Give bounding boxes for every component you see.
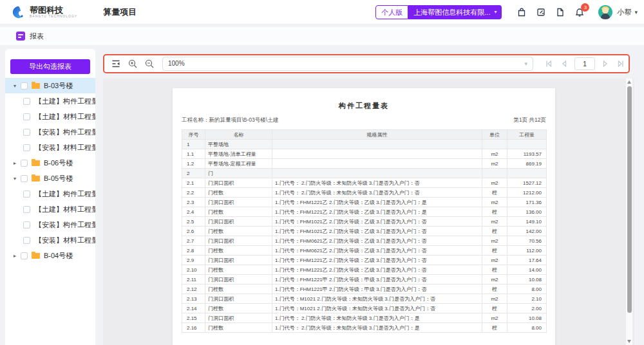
breadcrumb-label: 报表	[30, 32, 44, 41]
store-bag-icon[interactable]	[516, 7, 527, 17]
project-name-label: 工程名称：新的算量项目\B-03号楼\土建	[182, 117, 278, 124]
checkbox[interactable]	[23, 206, 30, 213]
tree-item-report[interactable]: ▸【土建】材料工程量表	[5, 201, 95, 217]
tree-item-report[interactable]: ▸【安装】材料工程量表	[5, 232, 95, 248]
page-number-input[interactable]	[574, 57, 595, 70]
tree-item-label: B-05号楼	[44, 174, 73, 183]
table-row: 2.16门樘数1.门代号： 2.门防火等级：未知防火等级 3.门是否为入户门：是…	[182, 323, 547, 333]
report-title: 构件工程量表	[173, 101, 555, 111]
tree-item-label: 【安装】构件工程量表	[35, 127, 95, 137]
tree-item-label: 【安装】材料工程量表	[35, 236, 95, 245]
checkbox[interactable]	[23, 237, 30, 244]
brand-tagline: BANGTU TECHNOLOGY	[30, 14, 77, 18]
brand-logo[interactable]: 帮图科技 BANGTU TECHNOLOGY	[12, 5, 77, 19]
caret-down-icon[interactable]: ▾	[12, 83, 18, 89]
organization-dropdown[interactable]: 上海帮图信息科技有限... ▾	[408, 5, 502, 19]
caret-down-icon[interactable]: ▾	[12, 176, 18, 182]
checkbox[interactable]	[21, 175, 28, 182]
folder-icon	[32, 83, 40, 89]
document-edit-icon[interactable]	[536, 7, 546, 17]
table-row: 2.4门樘数1.门代号：FHM1221乙 2.门防火等级：乙级 3.门是否为入户…	[182, 207, 547, 217]
export-checked-reports-button[interactable]: 导出勾选报表	[10, 59, 90, 74]
tree-item-label: 【土建】构件工程量表	[35, 189, 95, 199]
report-sidebar: 导出勾选报表 ▾B-03号楼▸【土建】构件工程量表▸【土建】材料工程量表▸【安装…	[5, 49, 95, 345]
column-header: 序号	[182, 130, 205, 140]
avatar	[598, 5, 612, 19]
notification-bell-icon[interactable]: 3	[574, 7, 585, 17]
table-row: 2.7门洞口面积1.门代号：FHM0621乙 2.门防火等级：乙级 3.门是否为…	[182, 236, 547, 246]
tree-item-building[interactable]: ▸B-04号楼	[5, 248, 95, 263]
caret-right-icon[interactable]: ▸	[12, 160, 18, 166]
tree-item-report[interactable]: ▸【土建】材料工程量表	[5, 109, 95, 124]
scroll-down-arrow-icon[interactable]	[627, 340, 631, 343]
tree-item-report[interactable]: ▸【土建】构件工程量表	[5, 93, 95, 109]
report-page: 构件工程量表 工程名称：新的算量项目\B-03号楼\土建 第1页 共12页 序号…	[173, 88, 555, 345]
first-page-button[interactable]	[544, 59, 553, 68]
collapse-sidebar-icon[interactable]	[111, 59, 121, 69]
folder-icon	[32, 253, 40, 259]
page-info-label: 第1页 共12页	[513, 117, 546, 124]
tree-item-label: 【土建】材料工程量表	[35, 112, 95, 122]
checkbox[interactable]	[23, 144, 30, 151]
tree-item-report[interactable]: ▸【安装】材料工程量表	[5, 140, 95, 155]
table-row: 2.6门樘数1.门代号：FHM1021乙 2.门防火等级：乙级 3.门是否为入户…	[182, 227, 547, 236]
breadcrumb: 报表	[0, 27, 644, 45]
bangtu-logo-icon	[12, 5, 26, 19]
vertical-scrollbar[interactable]	[626, 79, 632, 345]
checkbox[interactable]	[23, 221, 30, 228]
tree-item-building[interactable]: ▸B-06号楼	[5, 155, 95, 171]
previous-page-button[interactable]	[560, 59, 569, 68]
checkbox[interactable]	[23, 113, 30, 120]
zoom-in-icon[interactable]	[128, 59, 138, 69]
last-page-button[interactable]	[616, 59, 625, 68]
zoom-level-select[interactable]: 100% ▾	[162, 57, 533, 71]
tree-item-report[interactable]: ▸【土建】构件工程量表	[5, 186, 95, 201]
nav-quantity-project[interactable]: 算量项目	[103, 6, 137, 18]
app-header: 帮图科技 BANGTU TECHNOLOGY 算量项目 个人版 上海帮图信息科技…	[0, 0, 644, 24]
checkbox[interactable]	[23, 98, 30, 105]
scroll-up-arrow-icon[interactable]	[627, 80, 631, 84]
table-row: 2.10门樘数1.门代号：FHM1221乙 2.门防火等级：乙级 3.门是否为入…	[182, 265, 547, 275]
tree-item-building[interactable]: ▾B-05号楼	[5, 171, 95, 186]
table-header-row: 序号名称规格属性单位工程量	[182, 130, 547, 140]
tree-item-building[interactable]: ▾B-03号楼	[5, 78, 95, 93]
table-row: 1.1平整场地-清单工程量m21193.57	[182, 149, 547, 159]
checkbox[interactable]	[21, 82, 28, 89]
table-row: 2.9门洞口面积1.门代号：FHM1221乙 2.门防火等级：乙级 3.门是否为…	[182, 256, 547, 265]
tree-item-label: 【安装】构件工程量表	[35, 220, 95, 230]
tree-item-label: 【土建】材料工程量表	[35, 205, 95, 214]
zoom-out-icon[interactable]	[144, 59, 155, 69]
tree-item-label: 【安装】材料工程量表	[35, 143, 95, 153]
tree-item-report[interactable]: ▸【安装】构件工程量表	[5, 124, 95, 140]
next-page-button[interactable]	[601, 59, 610, 68]
personal-edition-badge[interactable]: 个人版	[375, 5, 408, 19]
table-row: 2.2门樘数1.门代号： 2.门防火等级：未知防火等级 3.门是否为入户门：否樘…	[182, 188, 547, 198]
table-row: 2.5门洞口面积1.门代号：FHM1021乙 2.门防火等级：乙级 3.门是否为…	[182, 217, 547, 227]
table-row: 2.8门樘数1.门代号：FHM0621乙 2.门防火等级：乙级 3.门是否为入户…	[182, 246, 547, 256]
report-icon	[16, 32, 25, 41]
checkbox[interactable]	[23, 191, 30, 198]
report-tree: ▾B-03号楼▸【土建】构件工程量表▸【土建】材料工程量表▸【安装】构件工程量表…	[5, 78, 95, 263]
file-icon[interactable]	[555, 7, 565, 17]
tree-item-label: B-03号楼	[44, 81, 73, 91]
scrollbar-thumb[interactable]	[627, 86, 632, 313]
checkbox[interactable]	[21, 252, 28, 259]
brand-name: 帮图科技	[30, 6, 77, 14]
table-row: 1平整场地	[182, 140, 547, 149]
column-header: 规格属性	[272, 130, 482, 140]
tree-item-label: B-04号楼	[44, 251, 73, 261]
user-menu[interactable]: 小帮 ▾	[598, 5, 638, 19]
checkbox[interactable]	[23, 129, 30, 136]
organization-name: 上海帮图信息科技有限...	[413, 5, 490, 19]
checkbox[interactable]	[21, 160, 28, 167]
tree-item-report[interactable]: ▸【安装】构件工程量表	[5, 217, 95, 232]
column-header: 名称	[205, 130, 272, 140]
report-viewer: 构件工程量表 工程名称：新的算量项目\B-03号楼\土建 第1页 共12页 序号…	[103, 79, 634, 345]
caret-right-icon[interactable]: ▸	[12, 253, 18, 259]
table-row: 2.13门洞口面积1.门代号：M1021 2.门防火等级：未知防火等级 3.门是…	[182, 294, 547, 304]
table-row: 2.15门洞口面积1.门代号： 2.门防火等级：未知防火等级 3.门是否为入户门…	[182, 313, 547, 323]
chevron-down-icon: ▾	[634, 9, 638, 15]
column-header: 单位	[482, 130, 507, 140]
viewer-toolbar: 100% ▾	[103, 54, 630, 73]
column-header: 工程量	[507, 130, 547, 140]
